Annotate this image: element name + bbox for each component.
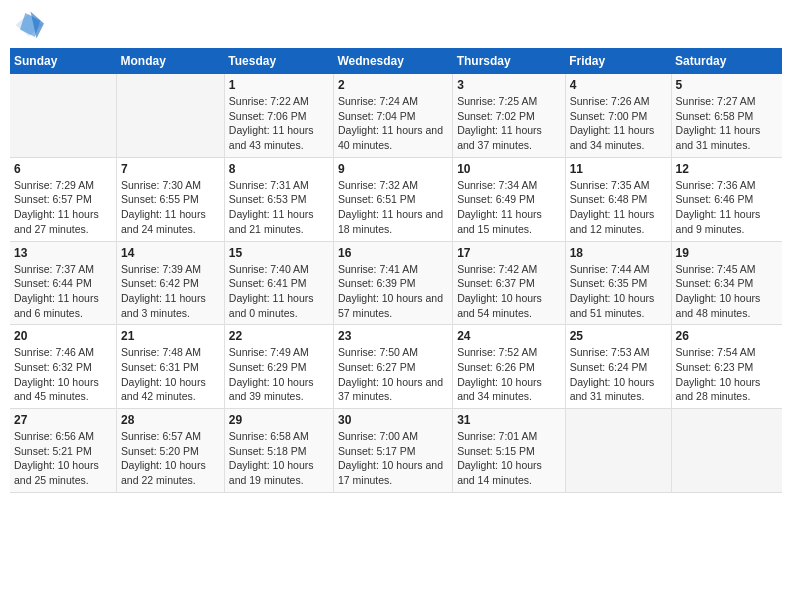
day-number: 3 [457,78,560,92]
day-number: 19 [676,246,778,260]
header-day-thursday: Thursday [453,48,565,74]
day-number: 20 [14,329,112,343]
calendar-cell: 20Sunrise: 7:46 AM Sunset: 6:32 PM Dayli… [10,325,117,409]
day-info: Sunrise: 7:01 AM Sunset: 5:15 PM Dayligh… [457,429,560,488]
calendar-cell: 3Sunrise: 7:25 AM Sunset: 7:02 PM Daylig… [453,74,565,157]
day-info: Sunrise: 7:45 AM Sunset: 6:34 PM Dayligh… [676,262,778,321]
calendar-cell: 13Sunrise: 7:37 AM Sunset: 6:44 PM Dayli… [10,241,117,325]
day-number: 30 [338,413,448,427]
header-day-monday: Monday [117,48,225,74]
day-number: 21 [121,329,220,343]
day-number: 17 [457,246,560,260]
day-info: Sunrise: 7:46 AM Sunset: 6:32 PM Dayligh… [14,345,112,404]
day-info: Sunrise: 6:57 AM Sunset: 5:20 PM Dayligh… [121,429,220,488]
day-number: 15 [229,246,329,260]
calendar-cell: 24Sunrise: 7:52 AM Sunset: 6:26 PM Dayli… [453,325,565,409]
day-number: 7 [121,162,220,176]
week-row-2: 6Sunrise: 7:29 AM Sunset: 6:57 PM Daylig… [10,157,782,241]
logo-icon [14,10,44,40]
calendar-cell: 9Sunrise: 7:32 AM Sunset: 6:51 PM Daylig… [333,157,452,241]
day-info: Sunrise: 7:44 AM Sunset: 6:35 PM Dayligh… [570,262,667,321]
day-number: 11 [570,162,667,176]
calendar-cell: 2Sunrise: 7:24 AM Sunset: 7:04 PM Daylig… [333,74,452,157]
header-day-wednesday: Wednesday [333,48,452,74]
day-number: 26 [676,329,778,343]
header-row: SundayMondayTuesdayWednesdayThursdayFrid… [10,48,782,74]
day-info: Sunrise: 7:49 AM Sunset: 6:29 PM Dayligh… [229,345,329,404]
day-info: Sunrise: 7:48 AM Sunset: 6:31 PM Dayligh… [121,345,220,404]
day-info: Sunrise: 7:42 AM Sunset: 6:37 PM Dayligh… [457,262,560,321]
day-info: Sunrise: 7:54 AM Sunset: 6:23 PM Dayligh… [676,345,778,404]
calendar-cell: 7Sunrise: 7:30 AM Sunset: 6:55 PM Daylig… [117,157,225,241]
calendar-cell: 15Sunrise: 7:40 AM Sunset: 6:41 PM Dayli… [224,241,333,325]
calendar-cell [117,74,225,157]
day-number: 25 [570,329,667,343]
calendar-cell: 12Sunrise: 7:36 AM Sunset: 6:46 PM Dayli… [671,157,782,241]
day-info: Sunrise: 6:56 AM Sunset: 5:21 PM Dayligh… [14,429,112,488]
calendar-cell: 27Sunrise: 6:56 AM Sunset: 5:21 PM Dayli… [10,409,117,493]
day-info: Sunrise: 7:52 AM Sunset: 6:26 PM Dayligh… [457,345,560,404]
day-number: 1 [229,78,329,92]
day-number: 13 [14,246,112,260]
day-number: 22 [229,329,329,343]
day-number: 27 [14,413,112,427]
calendar-cell: 25Sunrise: 7:53 AM Sunset: 6:24 PM Dayli… [565,325,671,409]
calendar-cell: 8Sunrise: 7:31 AM Sunset: 6:53 PM Daylig… [224,157,333,241]
week-row-4: 20Sunrise: 7:46 AM Sunset: 6:32 PM Dayli… [10,325,782,409]
day-info: Sunrise: 7:30 AM Sunset: 6:55 PM Dayligh… [121,178,220,237]
day-info: Sunrise: 7:29 AM Sunset: 6:57 PM Dayligh… [14,178,112,237]
calendar-cell: 17Sunrise: 7:42 AM Sunset: 6:37 PM Dayli… [453,241,565,325]
calendar-cell: 31Sunrise: 7:01 AM Sunset: 5:15 PM Dayli… [453,409,565,493]
day-number: 9 [338,162,448,176]
calendar-cell: 14Sunrise: 7:39 AM Sunset: 6:42 PM Dayli… [117,241,225,325]
calendar-cell [565,409,671,493]
day-number: 5 [676,78,778,92]
day-info: Sunrise: 7:27 AM Sunset: 6:58 PM Dayligh… [676,94,778,153]
day-number: 29 [229,413,329,427]
day-number: 4 [570,78,667,92]
day-info: Sunrise: 7:39 AM Sunset: 6:42 PM Dayligh… [121,262,220,321]
calendar-cell: 6Sunrise: 7:29 AM Sunset: 6:57 PM Daylig… [10,157,117,241]
day-info: Sunrise: 7:53 AM Sunset: 6:24 PM Dayligh… [570,345,667,404]
day-info: Sunrise: 7:37 AM Sunset: 6:44 PM Dayligh… [14,262,112,321]
day-info: Sunrise: 7:41 AM Sunset: 6:39 PM Dayligh… [338,262,448,321]
week-row-5: 27Sunrise: 6:56 AM Sunset: 5:21 PM Dayli… [10,409,782,493]
header [10,10,782,40]
day-info: Sunrise: 7:31 AM Sunset: 6:53 PM Dayligh… [229,178,329,237]
day-info: Sunrise: 7:50 AM Sunset: 6:27 PM Dayligh… [338,345,448,404]
day-number: 16 [338,246,448,260]
day-info: Sunrise: 7:25 AM Sunset: 7:02 PM Dayligh… [457,94,560,153]
week-row-1: 1Sunrise: 7:22 AM Sunset: 7:06 PM Daylig… [10,74,782,157]
calendar-cell: 4Sunrise: 7:26 AM Sunset: 7:00 PM Daylig… [565,74,671,157]
calendar-cell: 16Sunrise: 7:41 AM Sunset: 6:39 PM Dayli… [333,241,452,325]
calendar-cell: 19Sunrise: 7:45 AM Sunset: 6:34 PM Dayli… [671,241,782,325]
calendar-cell: 5Sunrise: 7:27 AM Sunset: 6:58 PM Daylig… [671,74,782,157]
day-info: Sunrise: 7:40 AM Sunset: 6:41 PM Dayligh… [229,262,329,321]
logo [14,10,48,40]
day-number: 12 [676,162,778,176]
day-info: Sunrise: 7:22 AM Sunset: 7:06 PM Dayligh… [229,94,329,153]
day-info: Sunrise: 7:35 AM Sunset: 6:48 PM Dayligh… [570,178,667,237]
calendar-cell: 26Sunrise: 7:54 AM Sunset: 6:23 PM Dayli… [671,325,782,409]
header-day-sunday: Sunday [10,48,117,74]
day-number: 24 [457,329,560,343]
day-info: Sunrise: 7:36 AM Sunset: 6:46 PM Dayligh… [676,178,778,237]
day-info: Sunrise: 6:58 AM Sunset: 5:18 PM Dayligh… [229,429,329,488]
day-number: 31 [457,413,560,427]
calendar-cell [671,409,782,493]
calendar-body: 1Sunrise: 7:22 AM Sunset: 7:06 PM Daylig… [10,74,782,492]
calendar-cell: 10Sunrise: 7:34 AM Sunset: 6:49 PM Dayli… [453,157,565,241]
day-info: Sunrise: 7:26 AM Sunset: 7:00 PM Dayligh… [570,94,667,153]
day-info: Sunrise: 7:32 AM Sunset: 6:51 PM Dayligh… [338,178,448,237]
calendar-cell: 21Sunrise: 7:48 AM Sunset: 6:31 PM Dayli… [117,325,225,409]
day-info: Sunrise: 7:24 AM Sunset: 7:04 PM Dayligh… [338,94,448,153]
day-number: 18 [570,246,667,260]
day-number: 2 [338,78,448,92]
calendar-cell: 18Sunrise: 7:44 AM Sunset: 6:35 PM Dayli… [565,241,671,325]
day-number: 23 [338,329,448,343]
calendar-header: SundayMondayTuesdayWednesdayThursdayFrid… [10,48,782,74]
day-info: Sunrise: 7:34 AM Sunset: 6:49 PM Dayligh… [457,178,560,237]
calendar-cell: 28Sunrise: 6:57 AM Sunset: 5:20 PM Dayli… [117,409,225,493]
calendar-cell: 1Sunrise: 7:22 AM Sunset: 7:06 PM Daylig… [224,74,333,157]
calendar-cell: 29Sunrise: 6:58 AM Sunset: 5:18 PM Dayli… [224,409,333,493]
